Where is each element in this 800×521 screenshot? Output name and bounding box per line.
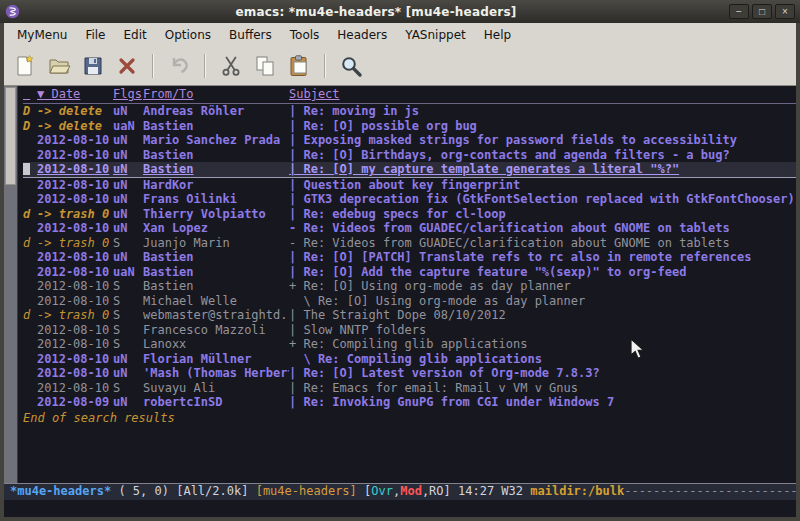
mu4e-headers-buffer: ▼ Date Flgs From/To Subject D-> deleteuN… <box>18 86 796 483</box>
new-file-icon <box>13 54 37 78</box>
message-flags: uN <box>113 221 143 236</box>
menu-tools[interactable]: Tools <box>281 25 329 45</box>
message-subject: + Re: [O] Using org-mode as day planner <box>289 279 796 294</box>
message-from: HardKor <box>143 178 289 193</box>
maximize-button[interactable]: □ <box>752 4 772 19</box>
menu-yasnippet[interactable]: YASnippet <box>396 25 475 45</box>
message-subject: | Question about key fingerprint <box>289 178 796 193</box>
menu-help[interactable]: Help <box>475 25 520 45</box>
menu-bar: MyMenuFileEditOptionsBuffersToolsHeaders… <box>4 23 796 47</box>
toolbar-open-folder-button[interactable] <box>44 51 74 81</box>
message-subject: | Slow NNTP folders <box>289 323 796 338</box>
message-from: 'Mash (Thomas Herbert) <box>143 366 289 381</box>
message-row[interactable]: D-> deleteuNAndreas Röhler| Re: moving i… <box>23 104 796 119</box>
message-row[interactable]: 2012-08-10uNBastien| Re: [O] Birthdays, … <box>23 148 796 163</box>
message-date: 2012-08-09 <box>37 395 113 410</box>
column-flags[interactable]: Flgs <box>113 87 143 103</box>
message-subject: + Re: Compiling glib applications <box>289 337 796 352</box>
message-row[interactable]: 2012-08-10SLanoxx+ Re: Compiling glib ap… <box>23 337 796 352</box>
message-row[interactable]: 2012-08-10uNBastien| Re: [O] my capture … <box>23 162 796 178</box>
search-icon <box>339 54 363 78</box>
message-from: Mario Sanchez Prada <box>143 133 289 148</box>
message-from: webmaster@straightd... <box>143 308 289 323</box>
column-subject[interactable]: Subject <box>289 87 796 103</box>
emacs-point-cursor <box>23 163 30 175</box>
toolbar-separator <box>324 54 326 78</box>
message-mark <box>23 323 37 338</box>
title-bar: emacs: *mu4e-headers* [mu4e-headers] − □… <box>0 0 800 23</box>
toolbar-new-file-button[interactable] <box>10 51 40 81</box>
message-date: 2012-08-10 <box>37 337 113 352</box>
message-row[interactable]: 2012-08-10uNHardKor| Question about key … <box>23 178 796 193</box>
menu-buffers[interactable]: Buffers <box>220 25 281 45</box>
toolbar-close-button[interactable] <box>112 51 142 81</box>
message-flags: S <box>113 236 143 251</box>
message-row[interactable]: 2012-08-10uNXan Lopez- Re: Videos from G… <box>23 221 796 236</box>
message-flags: uaN <box>113 265 143 280</box>
message-subject: | Re: [O] [PATCH] Translate refs to rc a… <box>289 250 796 265</box>
toolbar-undo-button[interactable] <box>164 51 194 81</box>
message-subject: | Re: [O] my capture template generates … <box>289 162 796 177</box>
toolbar-paste-button[interactable] <box>284 51 314 81</box>
toolbar-save-button[interactable] <box>78 51 108 81</box>
message-row[interactable]: 2012-08-10uNBastien| Re: [O] [PATCH] Tra… <box>23 250 796 265</box>
message-flags: uN <box>113 162 143 177</box>
close-icon <box>115 54 139 78</box>
message-date: 2012-08-10 <box>37 250 113 265</box>
message-row[interactable]: d-> trash 0Swebmaster@straightd...| The … <box>23 308 796 323</box>
buffer-area: ▼ Date Flgs From/To Subject D-> deleteuN… <box>4 86 796 483</box>
message-from: Bastien <box>143 119 289 134</box>
message-subject: | Re: Invoking GnuPG from CGI under Wind… <box>289 395 796 410</box>
toolbar-search-button[interactable] <box>336 51 366 81</box>
message-mark <box>23 133 37 148</box>
menu-headers[interactable]: Headers <box>328 25 396 45</box>
message-flags: S <box>113 381 143 396</box>
message-from: Francesco Mazzoli <box>143 323 289 338</box>
message-date: 2012-08-10 <box>37 381 113 396</box>
message-row[interactable]: 2012-08-10SBastien+ Re: [O] Using org-mo… <box>23 279 796 294</box>
message-subject: \ Re: Compiling glib applications <box>289 352 796 367</box>
menu-edit[interactable]: Edit <box>115 25 156 45</box>
message-mark <box>23 381 37 396</box>
message-row[interactable]: 2012-08-10uaNBastien| Re: [O] Add the ca… <box>23 265 796 280</box>
close-button[interactable]: × <box>775 4 795 19</box>
frame-client: MyMenuFileEditOptionsBuffersToolsHeaders… <box>0 23 800 521</box>
message-row[interactable]: d-> trash 0uNThierry Volpiatto| Re: edeb… <box>23 207 796 222</box>
message-row[interactable]: d-> trash 0SJuanjo Marin- Re: Videos fro… <box>23 236 796 251</box>
message-subject: | Re: [O] Add the capture feature "%(sex… <box>289 265 796 280</box>
message-date: -> delete <box>37 119 113 134</box>
message-mark <box>23 221 37 236</box>
scrollbar-thumb[interactable] <box>5 87 16 185</box>
message-row[interactable]: D-> deleteuaNBastien| Re: [O] possible o… <box>23 119 796 134</box>
message-date: -> trash 0 <box>37 207 113 222</box>
menu-options[interactable]: Options <box>156 25 220 45</box>
message-row[interactable]: 2012-08-10uNFrans Oilinki| GTK3 deprecat… <box>23 192 796 207</box>
message-subject: | Re: Emacs for email: Rmail v VM v Gnus <box>289 381 796 396</box>
message-row[interactable]: 2012-08-10SSuvayu Ali| Re: Emacs for ema… <box>23 381 796 396</box>
menu-file[interactable]: File <box>76 25 114 45</box>
message-mark <box>23 148 37 163</box>
message-flags: uN <box>113 133 143 148</box>
message-row[interactable]: 2012-08-10SMichael Welle \ Re: [O] Using… <box>23 294 796 309</box>
message-from: Suvayu Ali <box>143 381 289 396</box>
message-subject: | Re: edebug specs for cl-loop <box>289 207 796 222</box>
minimize-button[interactable]: − <box>729 4 749 19</box>
toolbar-separator <box>152 54 154 78</box>
column-from[interactable]: From/To <box>143 87 289 103</box>
toolbar-cut-button[interactable] <box>216 51 246 81</box>
message-row[interactable]: 2012-08-10uNMario Sanchez Prada| Exposin… <box>23 133 796 148</box>
column-spacer <box>23 87 37 103</box>
message-row[interactable]: 2012-08-09uNrobertcInSD| Re: Invoking Gn… <box>23 395 796 410</box>
menu-mymenu[interactable]: MyMenu <box>8 25 76 45</box>
message-row[interactable]: 2012-08-10SFrancesco Mazzoli| Slow NNTP … <box>23 323 796 338</box>
left-scrollbar[interactable] <box>4 86 18 483</box>
message-flags: uN <box>113 104 143 119</box>
message-row[interactable]: 2012-08-10uNFlorian Müllner \ Re: Compil… <box>23 352 796 367</box>
message-flags: uN <box>113 366 143 381</box>
toolbar-separator <box>204 54 206 78</box>
modeline-bracket: ] <box>444 484 458 500</box>
undo-icon <box>167 54 191 78</box>
message-row[interactable]: 2012-08-10uN'Mash (Thomas Herbert)| Re: … <box>23 366 796 381</box>
column-date[interactable]: ▼ Date <box>37 87 113 103</box>
toolbar-copy-button[interactable] <box>250 51 280 81</box>
